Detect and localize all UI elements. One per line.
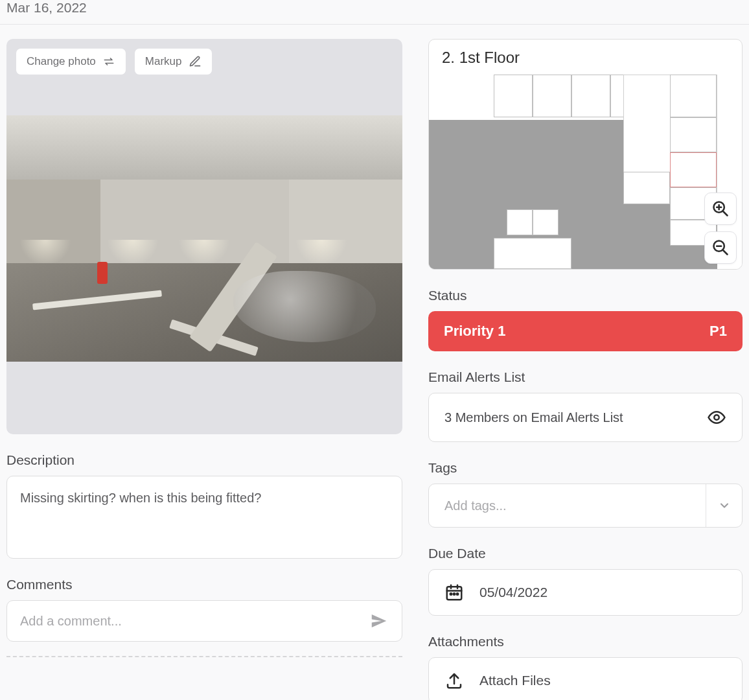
zoom-out-button[interactable] (704, 231, 737, 264)
svg-point-7 (714, 415, 719, 420)
description-card[interactable]: Missing skirting? when is this being fit… (6, 476, 402, 559)
chevron-down-icon (718, 499, 731, 512)
comments-title: Comments (6, 577, 402, 592)
pencil-icon (189, 55, 202, 68)
email-alerts-summary: 3 Members on Email Alerts List (444, 410, 623, 425)
tags-title: Tags (428, 460, 743, 476)
comment-input[interactable] (20, 614, 363, 629)
change-photo-label: Change photo (27, 55, 96, 68)
attach-files-card[interactable]: Attach Files (428, 657, 743, 700)
tags-card (428, 484, 743, 528)
markup-button[interactable]: Markup (134, 48, 213, 75)
status-code: P1 (709, 323, 727, 340)
svg-line-1 (723, 211, 728, 216)
due-date-card[interactable]: 05/04/2022 (428, 569, 743, 616)
attachments-title: Attachments (428, 634, 743, 649)
zoom-in-icon (711, 200, 730, 218)
upload-icon (444, 671, 464, 690)
calendar-icon (444, 583, 464, 602)
svg-point-13 (454, 593, 455, 595)
due-date-title: Due Date (428, 546, 743, 561)
status-title: Status (428, 288, 743, 303)
separator (6, 656, 402, 657)
description-title: Description (6, 452, 402, 468)
attach-files-label: Attach Files (479, 673, 551, 688)
description-text: Missing skirting? when is this being fit… (20, 491, 261, 505)
email-alerts-card[interactable]: 3 Members on Email Alerts List (428, 393, 743, 442)
comment-card (6, 600, 402, 642)
photo-panel: Change photo Markup (6, 39, 402, 434)
floorplan-image[interactable] (429, 75, 742, 269)
svg-point-12 (450, 593, 452, 595)
header-date: Mar 16, 2022 (6, 0, 87, 16)
floorplan-title: 2. 1st Floor (429, 40, 742, 73)
status-label: Priority 1 (444, 323, 505, 340)
tags-dropdown-toggle[interactable] (706, 484, 742, 527)
zoom-in-button[interactable] (704, 192, 737, 225)
status-pill[interactable]: Priority 1 P1 (428, 311, 743, 351)
floorplan-card[interactable]: 2. 1st Floor (428, 39, 743, 270)
send-icon[interactable] (369, 611, 389, 631)
change-photo-button[interactable]: Change photo (16, 48, 126, 75)
eye-icon (707, 408, 726, 427)
issue-photo[interactable] (6, 115, 402, 362)
due-date-value: 05/04/2022 (479, 585, 547, 600)
markup-label: Markup (145, 55, 182, 68)
zoom-out-icon (711, 239, 730, 257)
svg-point-14 (457, 593, 459, 595)
email-alerts-title: Email Alerts List (428, 369, 743, 385)
tags-input[interactable] (429, 484, 706, 527)
swap-icon (102, 55, 115, 68)
svg-line-5 (723, 250, 728, 255)
